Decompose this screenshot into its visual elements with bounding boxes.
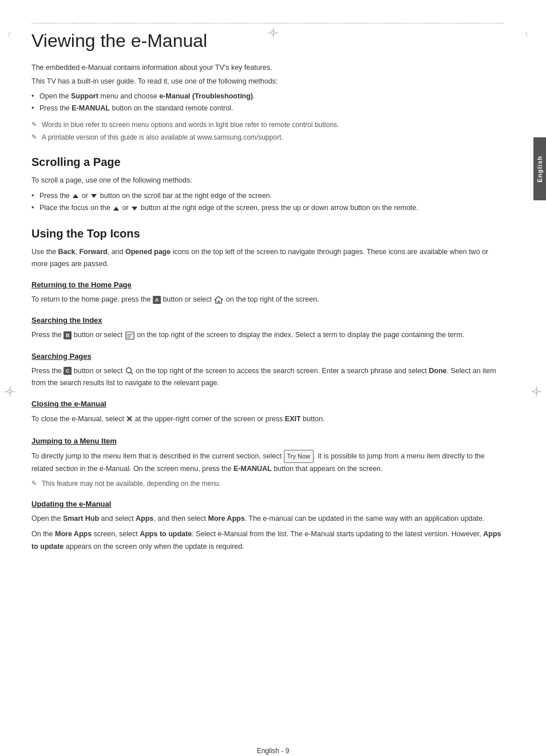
main-content: Viewing the e-Manual The embedded e-Manu…	[31, 23, 515, 553]
closing-mid: at the upper-right corner of the screen …	[135, 415, 285, 423]
dashed-separator	[31, 23, 503, 23]
home-icon	[214, 296, 223, 304]
intro-bullet1-mid: menu and choose	[98, 92, 159, 100]
updating-para1-mid1: and select	[99, 514, 136, 523]
intro-line1: The embedded e-Manual contains informati…	[31, 62, 503, 73]
page-title: Viewing the e-Manual	[31, 30, 503, 52]
updating-para2-suffix: appears on the screen only when the upda…	[64, 543, 244, 551]
searching-index-mid: button or select	[72, 331, 124, 339]
side-tab: English	[533, 137, 546, 200]
crosshair-top	[268, 27, 278, 38]
intro-bullet2: Press the E-MANUAL button on the standar…	[39, 102, 503, 114]
top-icons-opened: Opened page	[125, 248, 171, 256]
jumping-subheading: Jumping to a Menu Item	[31, 437, 503, 445]
searching-pages-subheading: Searching Pages	[31, 352, 503, 361]
close-x-icon: ✕	[126, 414, 133, 423]
a-button-icon: A	[153, 296, 161, 304]
b-button-icon: B	[64, 331, 72, 339]
arrow-up-icon	[73, 194, 78, 198]
svg-line-5	[130, 373, 133, 375]
index-icon	[125, 331, 134, 340]
intro-note1: Words in blue refer to screen menu optio…	[31, 120, 503, 130]
updating-more-apps: More Apps	[208, 514, 245, 523]
crosshair-left	[5, 386, 15, 397]
searching-pages-para: Press the C button or select on the top …	[31, 365, 503, 390]
searching-pages-prefix: Press the	[31, 367, 64, 375]
closing-suffix: button.	[301, 415, 325, 423]
arrow-down2-icon	[132, 207, 137, 211]
returning-para-suffix: on the top right of the screen.	[226, 295, 319, 303]
updating-para1: Open the Smart Hub and select Apps, and …	[31, 513, 503, 525]
page-number: English - 9	[257, 747, 290, 755]
scrolling-bullet2-suffix: button at the right edge of the screen, …	[141, 204, 418, 212]
intro-bullet2-suffix: button on the standard remote control.	[110, 104, 233, 112]
top-icons-back: Back	[58, 248, 76, 256]
updating-para1-mid2: , and then select	[153, 514, 208, 523]
intro-bullet1-suffix: .	[253, 92, 255, 100]
searching-index-prefix: Press the	[31, 331, 64, 339]
intro-bullets: Open the Support menu and choose e-Manua…	[31, 90, 503, 115]
returning-para-prefix: To return to the home page, press the	[31, 295, 153, 303]
search-icon-inline	[125, 367, 133, 375]
arrow-down-icon	[91, 194, 97, 198]
page-footer: English - 9	[0, 747, 546, 756]
updating-para2: On the More Apps screen, select Apps to …	[31, 528, 503, 553]
searching-pages-mid: button or select	[72, 367, 124, 375]
arrow-up2-icon	[113, 207, 119, 211]
returning-subheading: Returning to the Home Page	[31, 280, 503, 289]
scrolling-bullet2: Place the focus on the or button at the …	[39, 202, 503, 214]
updating-apps: Apps	[136, 514, 153, 523]
closing-exit: EXIT	[285, 415, 301, 423]
intro-bullet1-bold1: Support	[71, 92, 98, 100]
updating-more-apps2: More Apps	[55, 530, 92, 538]
intro-line2: This TV has a built-in user guide. To re…	[31, 76, 503, 87]
updating-smart-hub: Smart Hub	[63, 514, 99, 523]
jumping-suffix: button that appears on the screen.	[272, 465, 383, 473]
corner-mark-tr: ┐	[525, 30, 529, 36]
svg-point-4	[126, 368, 131, 373]
scrolling-intro: To scroll a page, use one of the followi…	[31, 175, 503, 187]
scrolling-bullets: Press the or button on the scroll bar at…	[31, 190, 503, 215]
closing-para: To close the e-Manual, select ✕ at the u…	[31, 413, 503, 426]
searching-index-para: Press the B button or select on the top …	[31, 329, 503, 341]
corner-mark-tl: ┌	[7, 30, 11, 36]
returning-para: To return to the home page, press the A …	[31, 294, 503, 306]
scrolling-bullet2-mid: or	[122, 204, 131, 212]
scrolling-bullet1: Press the or button on the scroll bar at…	[39, 190, 503, 202]
searching-index-suffix: on the top right of the screen to displa…	[137, 331, 464, 339]
intro-bullet2-prefix: Press the	[39, 104, 72, 112]
jumping-prefix: To directly jump to the menu item that i…	[31, 452, 284, 460]
updating-para1-suffix: . The e-manual can be updated in the sam…	[245, 514, 485, 523]
searching-pages-suffix1: on the top right of the screen to access…	[136, 367, 429, 375]
scrolling-heading: Scrolling a Page	[31, 156, 503, 169]
jumping-para1: To directly jump to the menu item that i…	[31, 450, 503, 475]
intro-bullet2-bold: E-MANUAL	[72, 104, 110, 112]
intro-note2: A printable version of this guide is als…	[31, 132, 503, 143]
crosshair-right	[531, 386, 541, 397]
updating-subheading: Updating the e-Manual	[31, 500, 503, 508]
top-icons-heading: Using the Top Icons	[31, 227, 503, 240]
intro-bullet1-prefix: Open the	[39, 92, 71, 100]
intro-bullet1: Open the Support menu and choose e-Manua…	[39, 90, 503, 102]
intro-bullet1-bold2: e-Manual (Troubleshooting)	[159, 92, 253, 100]
side-tab-label: English	[536, 156, 543, 183]
updating-para1-prefix: Open the	[31, 514, 63, 523]
updating-para2-prefix: On the	[31, 530, 55, 538]
page-container: ┌ ┐ English Viewing the e-Manual The emb…	[0, 23, 546, 756]
top-icons-forward: Forward	[79, 248, 107, 256]
c-button-icon: C	[64, 367, 72, 375]
closing-subheading: Closing the e-Manual	[31, 399, 503, 408]
updating-apps-to-update: Apps to update	[140, 530, 192, 538]
closing-prefix: To close the e-Manual, select	[31, 415, 126, 423]
updating-para2-mid1: screen, select	[92, 530, 140, 538]
jumping-note: This feature may not be available, depen…	[31, 478, 503, 489]
try-now-button[interactable]: Try Now	[284, 450, 314, 463]
top-icons-intro: Use the Back, Forward, and Opened page i…	[31, 246, 503, 271]
searching-pages-done: Done	[429, 367, 446, 375]
scrolling-bullet2-prefix: Place the focus on the	[39, 204, 112, 212]
updating-para2-mid2: . Select e-Manual from the list. The e-M…	[192, 530, 483, 538]
jumping-emanual: E-MANUAL	[234, 465, 272, 473]
returning-para-mid: button or select	[161, 295, 213, 303]
searching-index-subheading: Searching the Index	[31, 316, 503, 324]
